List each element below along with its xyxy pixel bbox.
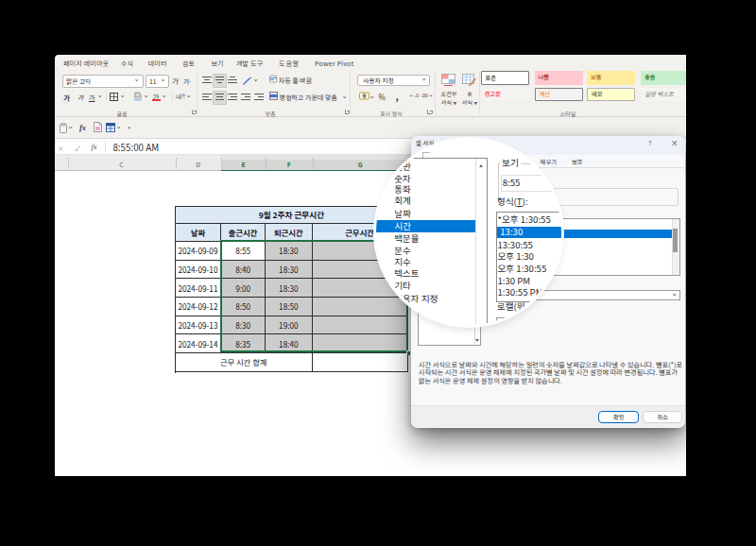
svg-text:₩: ₩ — [361, 91, 366, 100]
